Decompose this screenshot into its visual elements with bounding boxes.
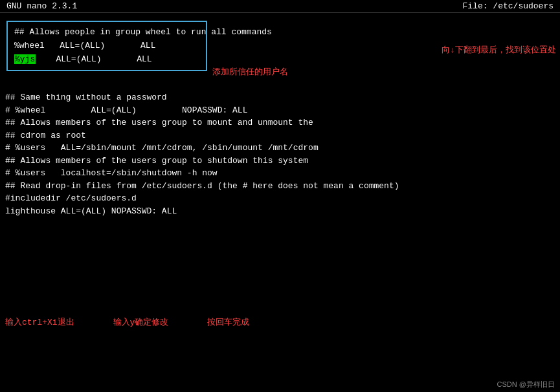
main-area: ## Allows people in group wheel to run a… <box>0 13 560 304</box>
content-line: ## cdrom as root <box>5 129 555 142</box>
step5-desc: 按回车完成 <box>207 316 249 328</box>
content-line: lighthouse ALL=(ALL) NOPASSWD: ALL <box>5 205 555 218</box>
content-line: ## Allows members of the users group to … <box>5 155 555 168</box>
step4-item: 4) 输入y确定修改 <box>113 307 169 328</box>
content-line: # %users ALL=/sbin/mount /mnt/cdrom, /sb… <box>5 142 555 155</box>
file-path: File: /etc/sudoers <box>463 1 554 11</box>
title-bar: GNU nano 2.3.1 File: /etc/sudoers <box>0 0 560 13</box>
highlight-yjs: %yjs <box>14 54 36 64</box>
step1-desc: 向↓下翻到最后，找到该位置处 <box>442 44 556 56</box>
step3-item: 3) 输入ctrl+Xi退出 <box>5 307 74 328</box>
content-line: ## Allows members of the users group to … <box>5 116 555 129</box>
step3-num: 3) <box>5 307 74 316</box>
step-row: 3) 输入ctrl+Xi退出 4) 输入y确定修改 5) 按回车完成 <box>5 307 555 328</box>
step3-desc: 输入ctrl+Xi退出 <box>5 316 74 328</box>
content-line: # %wheel ALL=(ALL) NOPASSWD: ALL <box>5 104 555 117</box>
app-title: GNU nano 2.3.1 <box>6 1 77 11</box>
step2-num: 2) <box>212 55 223 65</box>
popup-line1: ## Allows people in group wheel to run a… <box>14 26 199 39</box>
popup-line2: %wheel ALL=(ALL) ALL <box>14 39 199 53</box>
step5-item: 5) 按回车完成 <box>207 307 249 328</box>
content-line: #includedir /etc/sudoers.d <box>5 192 555 205</box>
step4-num: 4) <box>113 307 169 316</box>
step1-num: 1) <box>546 32 556 42</box>
steps-area: 3) 输入ctrl+Xi退出 4) 输入y确定修改 5) 按回车完成 <box>0 304 560 331</box>
popup-line3: %yjs ALL=(ALL) ALL <box>14 53 199 67</box>
content-line: ## Same thing without a password <box>5 91 555 104</box>
watermark: CSDN @异样旧日 <box>497 380 555 389</box>
step2-desc: 添加所信任的用户名 <box>212 66 288 78</box>
step4-desc: 输入y确定修改 <box>113 316 169 328</box>
content-line: # %users localhost=/sbin/shutdown -h now <box>5 167 555 180</box>
annotation-popup: ## Allows people in group wheel to run a… <box>6 21 207 71</box>
content-area: ## Same thing without a password# %wheel… <box>5 91 555 217</box>
step5-num: 5) <box>207 307 249 316</box>
nano-bottom-bar <box>0 331 560 333</box>
content-line: ## Read drop-in files from /etc/sudoers.… <box>5 180 555 193</box>
